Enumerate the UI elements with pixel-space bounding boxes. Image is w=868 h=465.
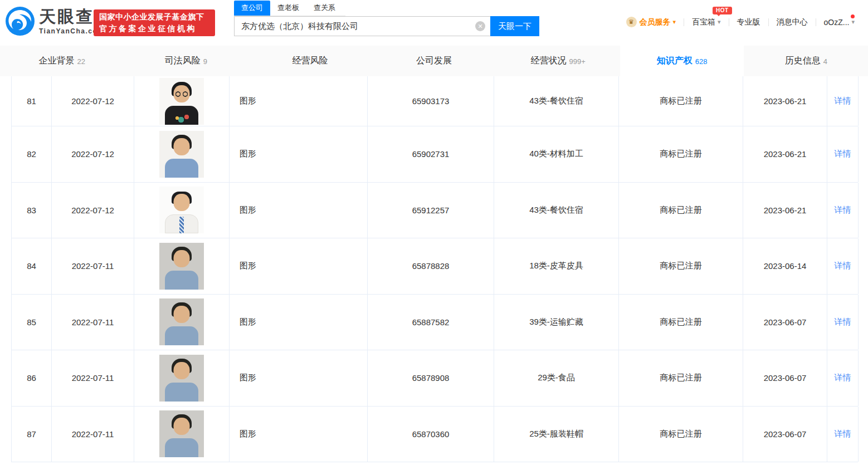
table-row: 83 2022-07-12 图形 65912257 43类-餐饮住宿 商标已注册… xyxy=(12,183,858,239)
detail-cell: 详情 xyxy=(827,350,859,406)
avatar-face xyxy=(174,306,190,323)
menu-item-messages[interactable]: 消息中心 xyxy=(769,17,816,27)
tab-label: 知识产权 xyxy=(657,55,693,67)
search-tab-boss[interactable]: 查老板 xyxy=(270,1,306,16)
trademark-status: 商标已注册 xyxy=(619,350,743,406)
tab-label: 企业背景 xyxy=(39,55,75,67)
trademark-name: 图形 xyxy=(230,76,368,126)
avatar-body xyxy=(165,326,198,345)
search-button[interactable]: 天眼一下 xyxy=(490,16,539,36)
detail-link[interactable]: 详情 xyxy=(835,317,851,327)
trademark-status: 商标已注册 xyxy=(619,407,743,462)
tab-operation-risk[interactable]: 经营风险 xyxy=(248,46,372,76)
detail-link[interactable]: 详情 xyxy=(835,429,851,439)
detail-cell: 详情 xyxy=(827,295,859,350)
apply-date: 2022-07-11 xyxy=(52,350,134,406)
trademark-category: 40类-材料加工 xyxy=(494,126,619,182)
menu-item-pro[interactable]: 专业版 xyxy=(729,17,768,27)
table-row: 86 2022-07-11 图形 65878908 29类-食品 商标已注册 2… xyxy=(12,350,858,407)
trademark-photo xyxy=(159,298,204,345)
tab-label: 历史信息 xyxy=(785,55,821,67)
trademark-name: 图形 xyxy=(230,238,368,294)
registration-number: 65887582 xyxy=(368,295,494,350)
avatar-body xyxy=(165,159,198,178)
detail-link[interactable]: 详情 xyxy=(835,261,851,271)
row-index: 82 xyxy=(12,126,52,182)
trademark-status: 商标已注册 xyxy=(619,238,743,294)
gov-badge-line2: 官方备案企业征信机构 xyxy=(99,24,209,34)
row-index: 81 xyxy=(12,76,52,126)
trademark-photo xyxy=(159,355,204,402)
clear-icon[interactable]: ✕ xyxy=(475,21,485,31)
detail-link[interactable]: 详情 xyxy=(835,96,851,106)
trademark-image-cell xyxy=(134,407,230,462)
vip-label: 会员服务 xyxy=(640,17,671,27)
table-row: 85 2022-07-11 图形 65887582 39类-运输贮藏 商标已注册… xyxy=(12,295,858,351)
menu-item-user[interactable]: oOzZ... ▾ xyxy=(816,18,862,27)
notification-dot xyxy=(851,14,855,18)
tianyancha-logo-icon xyxy=(4,6,36,37)
trademark-name: 图形 xyxy=(230,295,368,350)
tab-history-info[interactable]: 历史信息 4 xyxy=(744,46,868,76)
trademark-category: 18类-皮革皮具 xyxy=(494,238,619,294)
tab-company-background[interactable]: 企业背景 22 xyxy=(0,46,124,76)
menu-item-vip[interactable]: ♛ 会员服务 ▾ xyxy=(618,17,684,27)
tab-label: 经营风险 xyxy=(292,55,328,67)
avatar-face xyxy=(174,362,190,379)
trademark-photo xyxy=(159,243,204,290)
tab-intellectual-property[interactable]: 知识产权 628 xyxy=(620,46,744,76)
menu-item-toolbox[interactable]: HOT 百宝箱 ▾ xyxy=(684,17,729,27)
trademark-photo xyxy=(159,410,204,457)
row-index: 86 xyxy=(12,350,52,406)
gov-badge-line1: 国家中小企业发展子基金旗下 xyxy=(99,12,209,22)
tianyancha-logo[interactable]: 天眼查 TianYanCha.com xyxy=(4,6,104,37)
trademark-photo xyxy=(159,78,204,125)
avatar-body xyxy=(165,214,198,233)
status-date: 2023-06-21 xyxy=(743,126,827,182)
search-input[interactable] xyxy=(234,16,490,36)
tab-count: 9 xyxy=(203,57,207,66)
table-row: 82 2022-07-12 图形 65902731 40类-材料加工 商标已注册… xyxy=(12,126,858,183)
messages-label: 消息中心 xyxy=(777,17,808,27)
header-menu: ♛ 会员服务 ▾ HOT 百宝箱 ▾ 专业版 消息中心 oOzZ... ▾ xyxy=(618,17,863,27)
avatar-face xyxy=(174,85,190,102)
search-tab-relation[interactable]: 查关系 xyxy=(306,1,343,16)
trademark-category: 39类-运输贮藏 xyxy=(494,295,619,350)
row-index: 84 xyxy=(12,238,52,294)
trademark-image-cell xyxy=(134,126,230,182)
registration-number: 65878908 xyxy=(368,350,494,406)
search-tab-company[interactable]: 查公司 xyxy=(234,1,270,16)
detail-cell: 详情 xyxy=(827,407,859,462)
apply-date: 2022-07-11 xyxy=(52,238,134,294)
tab-judicial-risk[interactable]: 司法风险 9 xyxy=(124,46,248,76)
trademark-image-cell xyxy=(134,183,230,238)
row-index: 87 xyxy=(12,407,52,462)
tab-count: 22 xyxy=(77,57,85,66)
registration-number: 65878828 xyxy=(368,238,494,294)
status-date: 2023-06-21 xyxy=(743,183,827,238)
crown-icon: ♛ xyxy=(626,17,637,27)
detail-link[interactable]: 详情 xyxy=(835,373,851,383)
tab-company-development[interactable]: 公司发展 xyxy=(372,46,496,76)
trademark-image-cell xyxy=(134,350,230,406)
search-tabs: 查公司 查老板 查关系 xyxy=(234,3,345,16)
detail-link[interactable]: 详情 xyxy=(835,149,851,159)
avatar-face xyxy=(174,138,190,155)
avatar-body xyxy=(165,383,198,402)
tab-operation-status[interactable]: 经营状况 999+ xyxy=(496,46,620,76)
trademark-image-cell xyxy=(134,295,230,350)
detail-cell: 详情 xyxy=(827,126,859,182)
page-header: 天眼查 TianYanCha.com 国家中小企业发展子基金旗下 官方备案企业征… xyxy=(0,0,868,46)
hot-badge: HOT xyxy=(713,7,732,14)
tab-label: 司法风险 xyxy=(165,55,201,67)
trademark-name: 图形 xyxy=(230,183,368,238)
avatar-face xyxy=(174,194,190,211)
trademark-category: 43类-餐饮住宿 xyxy=(494,76,619,126)
detail-link[interactable]: 详情 xyxy=(835,205,851,216)
toolbox-label: 百宝箱 xyxy=(692,17,715,27)
avatar-body xyxy=(165,106,198,125)
tab-count: 999+ xyxy=(569,57,585,66)
trademark-name: 图形 xyxy=(230,407,368,462)
avatar-body xyxy=(165,438,198,457)
row-index: 85 xyxy=(12,295,52,350)
